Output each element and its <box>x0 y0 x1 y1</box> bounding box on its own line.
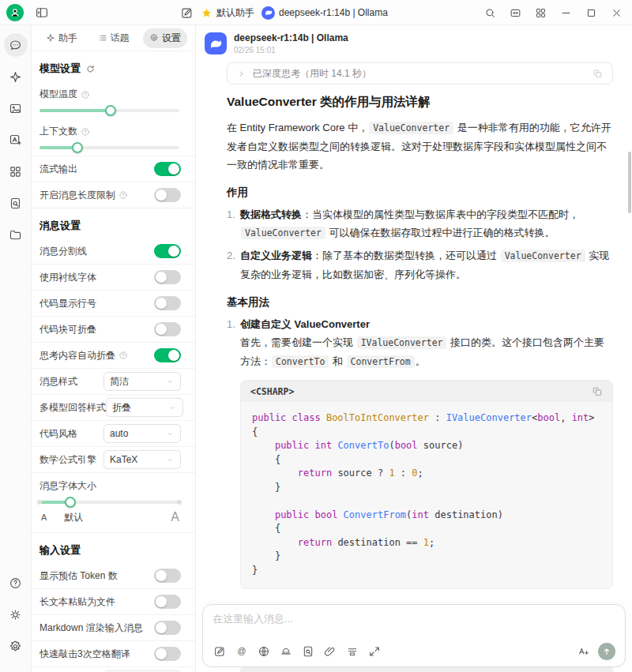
panel-tab-话题[interactable]: 话题 <box>92 28 136 48</box>
translate-button[interactable] <box>576 645 589 659</box>
thinking-collapsed-bar[interactable]: 已深度思考（用时 14.1 秒） <box>227 62 613 84</box>
search-icon <box>484 7 496 19</box>
toggle-off[interactable] <box>154 647 181 661</box>
chat-icon <box>9 39 22 52</box>
code-line: } <box>252 550 601 564</box>
slider[interactable] <box>32 103 195 118</box>
copy-icon[interactable] <box>592 69 603 79</box>
slider-handle[interactable] <box>65 497 76 508</box>
rail-item-sparkle[interactable] <box>4 65 28 88</box>
theme-icon <box>9 608 22 621</box>
toggle-knob <box>156 298 167 309</box>
shrink-button[interactable] <box>504 2 526 23</box>
select-value: 折叠 <box>112 401 131 415</box>
model-tab[interactable]: deepseek-r1:14b | Ollama <box>261 6 388 20</box>
message-input[interactable] <box>213 612 615 643</box>
code-block: <CSHARP>public class BoolToIntConverter … <box>240 380 613 589</box>
list-number: 2. <box>227 246 240 283</box>
inline-code: ConvertTo <box>272 355 329 368</box>
assistant-tab[interactable]: 默认助手 <box>201 6 254 20</box>
setting-label: 多模型回答样式 <box>40 401 106 415</box>
new-topic-button[interactable] <box>213 645 226 659</box>
select-dropdown[interactable]: 简洁 <box>103 372 181 391</box>
user-avatar[interactable] <box>6 4 24 21</box>
message-timestamp: 02/26 15:01 <box>234 46 348 54</box>
input-toolbar: @ <box>213 643 615 660</box>
rail-item-settings-gear[interactable] <box>4 634 28 658</box>
toggle-on[interactable] <box>154 162 181 176</box>
select-dropdown[interactable]: 折叠 <box>106 398 183 417</box>
new-chat-icon[interactable] <box>180 6 194 20</box>
rail-item-chat[interactable] <box>4 33 28 57</box>
panel-tab-设置[interactable]: 设置 <box>143 28 187 48</box>
toggle-off[interactable] <box>154 569 181 583</box>
toggle-on[interactable] <box>154 244 181 258</box>
rail-item-help[interactable] <box>4 571 28 595</box>
code-line: return source ? 1 : 0; <box>252 467 601 481</box>
grid-button[interactable] <box>529 2 551 23</box>
svg-text:@: @ <box>237 646 246 655</box>
rail-item-translate-page[interactable] <box>4 128 28 152</box>
font-size-labels: A默认A <box>32 510 195 533</box>
rail-item-theme[interactable] <box>4 603 28 626</box>
sidebar-toggle-icon[interactable] <box>35 6 49 20</box>
inline-code: ConvertFrom <box>347 355 415 368</box>
setting-label: 思考内容自动折叠 <box>40 349 128 362</box>
list-number: 1. <box>227 315 240 371</box>
mention-button[interactable]: @ <box>235 645 248 659</box>
rail-item-folder[interactable] <box>4 223 28 246</box>
toggle-off[interactable] <box>154 322 181 336</box>
copy-icon[interactable] <box>592 386 603 397</box>
file-search-button[interactable] <box>301 645 314 659</box>
chevron-down-icon <box>166 377 175 386</box>
send-button[interactable] <box>598 643 615 660</box>
search-button[interactable] <box>479 2 501 23</box>
toggle-off[interactable] <box>154 270 181 284</box>
toggle-knob <box>156 596 167 607</box>
minimize-button[interactable] <box>555 2 577 23</box>
inline-code: ValueConverter <box>501 250 585 262</box>
clear-context-button[interactable] <box>345 645 359 659</box>
panel-tab-助手[interactable]: 助手 <box>40 28 84 48</box>
web-search-button[interactable] <box>257 645 270 659</box>
rail-item-image[interactable] <box>4 96 28 120</box>
slider-track <box>40 501 179 504</box>
rail-item-file-search[interactable] <box>4 191 28 215</box>
toggle-knob <box>156 190 167 201</box>
attachment-button[interactable] <box>323 645 337 659</box>
close-button[interactable] <box>605 2 627 23</box>
toggle-on[interactable] <box>154 348 181 362</box>
maximize-button[interactable] <box>580 2 602 23</box>
setting-label: 长文本粘贴为文件 <box>40 595 115 609</box>
attachment-icon <box>324 645 337 658</box>
refresh-icon[interactable] <box>85 64 96 74</box>
select-dropdown[interactable]: KaTeX <box>103 450 181 469</box>
setting-row: 思考内容自动折叠 <box>32 343 195 369</box>
slider[interactable] <box>32 494 195 510</box>
toggle-off[interactable] <box>154 188 181 202</box>
rail-item-apps[interactable] <box>4 160 28 183</box>
chevron-down-icon <box>166 456 175 464</box>
toggle-knob <box>156 570 167 581</box>
toggle-off[interactable] <box>154 296 181 310</box>
scrollbar[interactable] <box>628 152 631 213</box>
expand-button[interactable] <box>367 645 381 659</box>
app-window: 默认助手 deepseek-r1:14b | Ollama 助手话题设置 模型设… <box>0 0 632 672</box>
grid-icon <box>535 7 547 19</box>
titlebar: 默认助手 deepseek-r1:14b | Ollama <box>0 0 632 25</box>
message-title: ValueConverter 类的作用与用法详解 <box>227 94 613 111</box>
toggle-off[interactable] <box>154 621 181 635</box>
toggle-knob <box>156 622 167 633</box>
code-line: public int ConvertTo(bool source) <box>252 439 601 453</box>
slider[interactable] <box>32 140 195 156</box>
knowledge-base-icon <box>280 645 292 658</box>
knowledge-base-button[interactable] <box>279 645 292 659</box>
deepseek-avatar <box>205 32 227 54</box>
select-dropdown[interactable]: auto <box>103 424 181 443</box>
toggle-off[interactable] <box>154 595 181 609</box>
slider-handle[interactable] <box>105 105 116 116</box>
setting-label: 代码块可折叠 <box>40 323 96 336</box>
slider-handle[interactable] <box>72 142 83 153</box>
panel-tab-label: 设置 <box>162 32 181 45</box>
list-item-lead: 数据格式转换 <box>240 208 302 220</box>
